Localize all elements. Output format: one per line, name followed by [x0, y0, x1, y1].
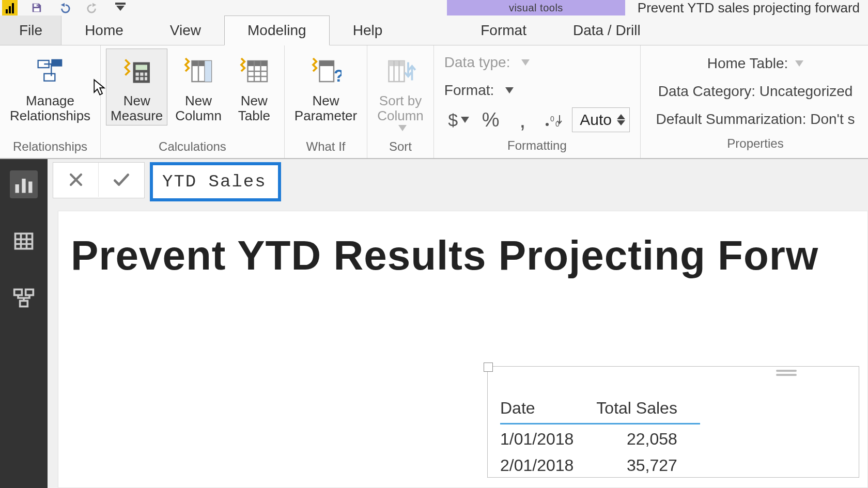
percent-button[interactable]: % [476, 107, 505, 132]
group-sort: Sort by Column Sort [367, 45, 434, 158]
cell-date: 1/01/2018 [500, 424, 596, 451]
new-measure-label: New Measure [111, 93, 163, 123]
tab-file[interactable]: File [0, 15, 61, 45]
powerbi-logo-icon [2, 0, 18, 15]
svg-rect-43 [14, 290, 22, 295]
formula-commit-button[interactable] [99, 163, 144, 197]
qat-customize-icon[interactable] [112, 2, 129, 14]
chevron-down-icon[interactable] [505, 87, 514, 93]
svg-rect-13 [145, 77, 147, 80]
svg-rect-44 [26, 290, 34, 295]
new-table-button[interactable]: New Table [229, 49, 279, 125]
data-view-button[interactable] [10, 227, 38, 255]
parameter-icon: ? [307, 52, 345, 90]
new-parameter-button[interactable]: ? New Parameter [290, 49, 362, 125]
cell-total: 22,058 [596, 424, 700, 451]
quick-access-toolbar [0, 0, 129, 15]
manage-relationships-label: Manage Relationships [10, 93, 90, 123]
currency-button[interactable]: $ [444, 107, 473, 132]
undo-icon[interactable] [56, 2, 73, 14]
table-icon [12, 230, 35, 253]
new-measure-button[interactable]: New Measure [106, 49, 167, 125]
resize-handle-icon[interactable] [484, 363, 493, 372]
sort-by-column-label: Sort by Column [377, 93, 424, 123]
tab-format[interactable]: Format [457, 15, 550, 45]
data-category-label: Data Category: Uncategorized [658, 83, 853, 100]
tab-view[interactable]: View [147, 15, 224, 45]
group-label-formatting: Formatting [507, 135, 567, 157]
decimal-auto-label: Auto [580, 111, 612, 129]
sort-by-column-button[interactable]: Sort by Column [373, 49, 428, 134]
save-icon[interactable] [28, 2, 45, 14]
svg-rect-37 [28, 182, 32, 193]
svg-rect-38 [16, 233, 33, 248]
contextual-tab-label: visual tools [447, 0, 625, 15]
redo-icon[interactable] [84, 2, 101, 14]
decimal-icon: 0 0 [544, 112, 565, 128]
formula-input[interactable] [161, 171, 270, 192]
tab-home[interactable]: Home [61, 15, 147, 45]
tab-data-drill[interactable]: Data / Drill [550, 15, 664, 45]
thousands-button[interactable]: , [508, 107, 537, 132]
decimal-button[interactable]: 0 0 [540, 107, 569, 132]
svg-rect-7 [135, 65, 147, 70]
svg-text:0: 0 [550, 115, 554, 123]
table-row[interactable]: 2/01/2018 35,727 [500, 451, 700, 477]
drag-handle-icon[interactable] [776, 370, 797, 378]
dollar-icon: $ [448, 110, 458, 130]
table-icon [235, 52, 273, 90]
tab-modeling[interactable]: Modeling [224, 15, 330, 45]
default-summarization-row[interactable]: Default Summarization: Don't s [656, 105, 855, 133]
home-table-row[interactable]: Home Table: [707, 50, 804, 77]
view-switcher [0, 159, 48, 488]
svg-rect-4 [51, 59, 62, 67]
relationships-icon [31, 52, 69, 90]
svg-rect-36 [22, 179, 25, 193]
decimal-places-input[interactable]: Auto [572, 107, 630, 132]
comma-icon: , [519, 116, 525, 123]
svg-rect-9 [140, 73, 143, 76]
manage-relationships-button[interactable]: Manage Relationships [5, 49, 95, 125]
group-formatting: Data type: Format: $ % , 0 0 Auto [434, 45, 641, 158]
formula-input-highlight [150, 162, 281, 201]
group-label-relationships: Relationships [13, 136, 87, 158]
new-column-button[interactable]: New Column [171, 49, 226, 125]
model-view-button[interactable] [10, 284, 38, 312]
window-title: Prevent YTD sales projecting forward [625, 0, 868, 15]
group-label-sort: Sort [389, 136, 412, 158]
format-label: Format: [444, 82, 494, 99]
new-column-label: New Column [175, 93, 222, 123]
report-view-button[interactable] [10, 170, 38, 198]
col-header-date[interactable]: Date [500, 396, 596, 424]
report-page[interactable]: Prevent YTD Results Projecting Forw Date… [58, 211, 868, 488]
col-header-total[interactable]: Total Sales [596, 396, 700, 424]
group-label-properties: Properties [727, 133, 783, 155]
svg-rect-45 [20, 301, 28, 307]
group-calculations: New Measure New Column [101, 45, 285, 158]
home-table-label: Home Table: [707, 55, 788, 72]
chevron-down-icon [795, 60, 803, 67]
new-table-label: New Table [238, 93, 270, 123]
spinner-icon[interactable] [617, 114, 625, 125]
svg-rect-35 [16, 184, 19, 193]
new-parameter-label: New Parameter [295, 93, 357, 123]
svg-point-32 [546, 123, 549, 126]
group-properties: Home Table: Data Category: Uncategorized… [641, 45, 868, 158]
svg-rect-8 [135, 73, 138, 76]
table-row[interactable]: 1/01/2018 22,058 [500, 424, 700, 451]
ribbon-tabs: File Home View Modeling Help Format Data… [0, 15, 868, 45]
table-visual[interactable]: Date Total Sales 1/01/2018 22,058 2/01/2… [487, 366, 859, 478]
data-category-row[interactable]: Data Category: Uncategorized [658, 77, 853, 105]
format-row: Format: [444, 76, 630, 104]
cell-date: 2/01/2018 [500, 451, 596, 477]
model-icon [12, 287, 35, 309]
titlebar: visual tools Prevent YTD sales projectin… [0, 0, 868, 15]
group-relationships: Manage Relationships Relationships [0, 45, 101, 158]
contextual-tab-area: visual tools Prevent YTD sales projectin… [447, 0, 868, 15]
chevron-down-icon[interactable] [521, 59, 530, 66]
svg-rect-11 [135, 77, 138, 80]
formula-cancel-button[interactable] [53, 163, 99, 197]
default-summarization-label: Default Summarization: Don't s [656, 111, 855, 128]
data-type-label: Data type: [444, 54, 510, 71]
tab-help[interactable]: Help [330, 15, 406, 45]
